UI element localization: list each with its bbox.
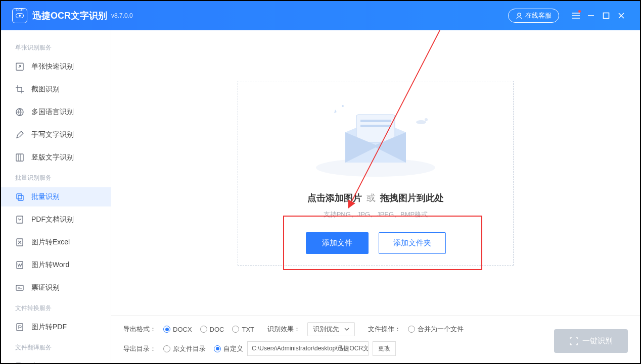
app-title: 迅捷OCR文字识别 [32,10,107,22]
radio-doc[interactable]: DOC [200,326,224,333]
sidebar-item-excel[interactable]: 图片转Excel [1,233,111,252]
nav-label: 多国语言识别 [31,108,74,117]
sidebar-item-screenshot[interactable]: 截图识别 [1,80,111,99]
sidebar-item-multilang[interactable]: 多国语言识别 [1,102,111,122]
radio-txt[interactable]: TXT [232,326,254,333]
supported-formats: 支持PNG、JPG、JPEG、BMP格式 [324,210,428,219]
file-op-label: 文件操作： [368,325,401,334]
svg-rect-6 [18,195,23,200]
word-icon [15,261,24,270]
svg-point-0 [518,13,521,16]
radio-merge[interactable]: 合并为一个文件 [408,325,464,334]
menu-button[interactable] [568,8,583,23]
sidebar-section-single: 单张识别服务 [1,40,111,57]
columns-icon [15,153,24,162]
radio-custom-dir[interactable]: 自定义 [214,344,243,353]
svg-rect-7 [17,216,23,223]
notification-dot [578,10,581,13]
customer-service-label: 在线客服 [525,11,552,20]
svg-rect-17 [360,125,391,127]
translate-icon [15,362,24,363]
pdf-icon [15,215,24,224]
nav-label: 竖版文字识别 [31,153,74,162]
customer-service-button[interactable]: 在线客服 [508,9,559,23]
svg-rect-10 [16,285,23,290]
nav-label: 图片转Excel [31,238,70,247]
svg-rect-4 [16,154,23,161]
svg-point-19 [425,118,428,121]
close-button[interactable] [614,8,629,23]
app-logo: OCR [12,8,27,23]
add-file-button[interactable]: 添加文件 [306,232,369,254]
sidebar-item-img2pdf[interactable]: 图片转PDF [1,318,111,337]
chevron-down-icon [344,328,349,331]
recognize-button[interactable]: 一键识别 [554,329,628,353]
effect-label: 识别效果： [267,325,300,334]
sidebar-item-ticket[interactable]: 票证识别 [1,278,111,297]
svg-rect-11 [17,324,23,331]
sidebar-item-batch[interactable]: 批量识别 [1,187,111,206]
svg-rect-16 [360,120,391,122]
pen-icon [15,130,24,139]
nav-label: 批量识别 [31,192,60,201]
change-path-button[interactable]: 更改 [373,341,396,356]
globe-icon [15,108,24,117]
export-dir-label: 导出目录： [123,344,156,353]
svg-rect-15 [356,115,395,142]
nav-label: 图片转PDF [31,323,67,332]
minimize-button[interactable] [583,8,599,23]
titlebar: OCR 迅捷OCR文字识别 v8.7.0.0 在线客服 [1,1,640,30]
radio-original-dir[interactable]: 原文件目录 [163,344,206,353]
sidebar-item-pdf[interactable]: PDF文档识别 [1,210,111,229]
svg-point-20 [342,105,344,107]
scan-icon [569,337,578,346]
drop-instruction: 点击添加图片 或 拖拽图片到此处 [307,192,444,204]
crop-icon [15,85,24,94]
excel-icon [15,238,24,247]
export-icon [15,62,24,71]
sidebar-section-convert: 文件转换服务 [1,301,111,318]
radio-docx[interactable]: DOCX [163,326,192,333]
main-area: 点击添加图片 或 拖拽图片到此处 支持PNG、JPG、JPEG、BMP格式 添加… [111,30,640,363]
nav-label: 图片转Word [31,261,69,270]
sidebar-section-translate: 文件翻译服务 [1,340,111,357]
nav-label: 单张快速识别 [31,62,74,71]
maximize-button[interactable] [599,8,614,23]
copy-icon [15,192,24,201]
export-format-label: 导出格式： [123,325,156,334]
nav-label: 截图识别 [31,85,60,94]
nav-label: 手写文字识别 [31,130,74,139]
upload-illustration [310,92,441,178]
nav-label: PDF文档识别 [31,215,74,224]
sidebar: 单张识别服务 单张快速识别 截图识别 多国语言识别 手写文字识别 竖版文字识别 … [1,30,111,363]
headset-icon [516,12,523,19]
svg-point-18 [416,120,426,124]
svg-rect-5 [17,194,22,199]
p-icon [15,323,24,332]
sidebar-section-batch: 批量识别服务 [1,171,111,187]
svg-rect-9 [17,262,23,269]
svg-rect-1 [604,13,609,19]
ticket-icon [15,283,24,292]
nav-label: 翻译工具 [31,362,60,363]
sidebar-item-vertical[interactable]: 竖版文字识别 [1,148,111,167]
nav-label: 票证识别 [31,283,60,292]
sidebar-item-word[interactable]: 图片转Word [1,255,111,275]
app-version: v8.7.0.0 [111,12,133,19]
export-format-group: DOCX DOC TXT [163,326,254,333]
sidebar-item-translate[interactable]: 翻译工具 [1,357,111,363]
drop-zone[interactable]: 点击添加图片 或 拖拽图片到此处 支持PNG、JPG、JPEG、BMP格式 添加… [238,81,514,266]
add-folder-button[interactable]: 添加文件夹 [379,232,446,254]
effect-select[interactable]: 识别优先 [307,322,355,336]
sidebar-item-single-fast[interactable]: 单张快速识别 [1,57,111,76]
sidebar-item-handwriting[interactable]: 手写文字识别 [1,125,111,144]
export-path-input[interactable]: C:\Users\Administrator\desktop\迅捷OCR文 [247,341,369,356]
